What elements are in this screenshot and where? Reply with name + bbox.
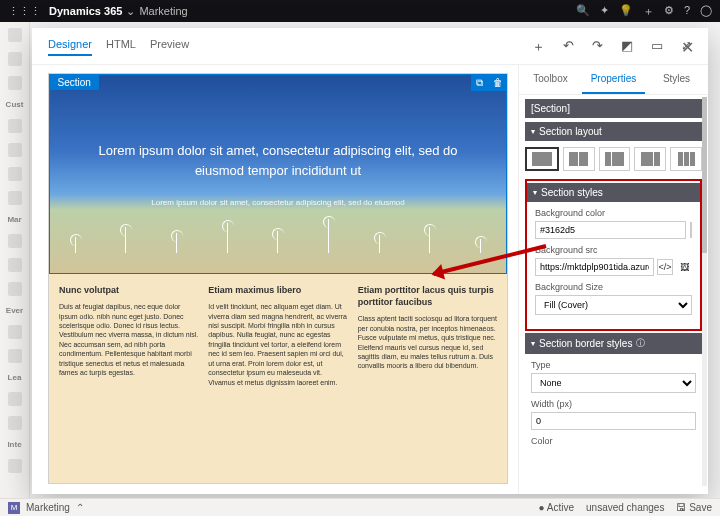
nav-icon-10[interactable] xyxy=(8,282,22,296)
add-icon[interactable]: ＋ xyxy=(532,38,545,56)
section-layout-header[interactable]: ▾ Section layout xyxy=(525,122,702,141)
nav-group-4: Lea xyxy=(8,373,22,382)
hero-section[interactable]: Lorem ipsum dolor sit amet, consectetur … xyxy=(50,75,506,273)
nav-icon-8[interactable] xyxy=(8,234,22,248)
undo-icon[interactable]: ↶ xyxy=(563,38,574,56)
nav-icon-6[interactable] xyxy=(8,167,22,181)
caret-icon: ▾ xyxy=(533,188,537,197)
caret-icon: ▾ xyxy=(531,339,535,348)
bulb-icon[interactable]: 💡 xyxy=(619,4,633,19)
nav-icon-15[interactable] xyxy=(8,459,22,473)
hero-subtext: Lorem ipsum dolor sit amet, consectetur … xyxy=(151,198,404,207)
bg-src-input[interactable] xyxy=(535,258,654,276)
section-delete-icon[interactable]: 🗑 xyxy=(489,75,507,91)
area-label: Marketing xyxy=(139,5,187,17)
border-color-label: Color xyxy=(531,436,696,446)
chevron-down-icon[interactable]: ⌄ xyxy=(126,5,135,18)
area-name[interactable]: Marketing xyxy=(26,502,70,513)
nav-icon-5[interactable] xyxy=(8,143,22,157)
filter-icon[interactable]: ⚙ xyxy=(664,4,674,19)
left-nav-rail: Cust Mar Ever Lea Inte xyxy=(0,22,30,516)
nav-icon-3[interactable] xyxy=(8,76,22,90)
section-copy-icon[interactable]: ⧉ xyxy=(471,75,489,91)
plus-icon[interactable]: ＋ xyxy=(643,4,654,19)
nav-group-2: Mar xyxy=(7,215,21,224)
nav-icon-2[interactable] xyxy=(8,52,22,66)
nav-group-3: Ever xyxy=(6,306,23,315)
section-badge[interactable]: Section xyxy=(50,75,99,90)
border-type-select[interactable]: None xyxy=(531,373,696,393)
waffle-icon[interactable]: ⋮⋮⋮ xyxy=(8,5,41,18)
tab-preview[interactable]: Preview xyxy=(150,38,189,56)
properties-panel: Toolbox Properties Styles [Section] ▾ Se… xyxy=(518,65,708,494)
col2-body: Id velit tincidunt, nec aliquam eget dia… xyxy=(208,302,347,387)
nav-icon-11[interactable] xyxy=(8,325,22,339)
close-icon[interactable]: ✕ xyxy=(681,38,694,57)
layout-12[interactable] xyxy=(599,147,631,171)
nav-icon-13[interactable] xyxy=(8,392,22,406)
info-icon[interactable]: ⓘ xyxy=(636,337,645,350)
border-width-input[interactable] xyxy=(531,412,696,430)
column-1[interactable]: Nunc volutpat Duis at feugiat dapibus, n… xyxy=(59,284,198,473)
redo-icon[interactable]: ↷ xyxy=(592,38,603,56)
app-topbar: ⋮⋮⋮ Dynamics 365 ⌄ Marketing 🔍 ✦ 💡 ＋ ⚙ ?… xyxy=(0,0,720,22)
bg-color-swatch[interactable] xyxy=(690,222,692,238)
unsaved-label: unsaved changes xyxy=(586,502,664,513)
section-styles-header[interactable]: ▾ Section styles xyxy=(527,183,700,202)
col3-body: Class aptent taciti sociosqu ad litora t… xyxy=(358,314,497,371)
code-icon[interactable]: </> xyxy=(657,259,673,275)
nav-icon-4[interactable] xyxy=(8,119,22,133)
nav-icon-12[interactable] xyxy=(8,349,22,363)
tab-html[interactable]: HTML xyxy=(106,38,136,56)
record-status: ● Active xyxy=(539,502,575,513)
section-border-header[interactable]: ▾ Section border styles ⓘ xyxy=(525,333,702,354)
save-button[interactable]: 🖫 Save xyxy=(676,502,712,513)
column-2[interactable]: Etiam maximus libero Id velit tincidunt,… xyxy=(208,284,347,473)
brand: Dynamics 365 xyxy=(49,5,122,17)
area-avatar[interactable]: M xyxy=(8,502,20,514)
column-3[interactable]: Etiam porttitor lacus quis turpis portti… xyxy=(358,284,497,473)
bg-size-select[interactable]: Fill (Cover) xyxy=(535,295,692,315)
layout-1col[interactable] xyxy=(525,147,559,171)
panel-scrollbar[interactable] xyxy=(702,97,707,486)
designer-tabbar: Designer HTML Preview ＋ ↶ ↷ ◩ ▭ ⤢ xyxy=(32,28,708,65)
columns-section[interactable]: Nunc volutpat Duis at feugiat dapibus, n… xyxy=(49,274,507,483)
caret-icon: ▾ xyxy=(531,127,535,136)
bg-color-input[interactable] xyxy=(535,221,686,239)
col1-body: Duis at feugiat dapibus, nec eque dolor … xyxy=(59,302,198,378)
layout-3col[interactable] xyxy=(670,147,702,171)
avatar-icon[interactable]: ◯ xyxy=(700,4,712,19)
border-type-label: Type xyxy=(531,360,696,370)
layout-2col[interactable] xyxy=(563,147,595,171)
status-bar: M Marketing ⌃ ● Active unsaved changes 🖫… xyxy=(0,498,720,516)
nav-icon-14[interactable] xyxy=(8,416,22,430)
assist-icon[interactable]: ✦ xyxy=(600,4,609,19)
nav-icon-1[interactable] xyxy=(8,28,22,42)
accessibility-icon[interactable]: ◩ xyxy=(621,38,633,56)
hero-image-decoration xyxy=(50,219,506,253)
col1-title: Nunc volutpat xyxy=(59,284,198,296)
bg-src-label: Background src xyxy=(535,245,692,255)
bg-color-label: Background color xyxy=(535,208,692,218)
hero-headline: Lorem ipsum dolor sit amet, consectetur … xyxy=(76,141,480,180)
area-chevron-icon[interactable]: ⌃ xyxy=(76,502,84,513)
search-icon[interactable]: 🔍 xyxy=(576,4,590,19)
selection-crumb: [Section] xyxy=(525,99,702,118)
rtab-styles[interactable]: Styles xyxy=(645,65,708,94)
tab-designer[interactable]: Designer xyxy=(48,38,92,56)
rtab-toolbox[interactable]: Toolbox xyxy=(519,65,582,94)
nav-group-5: Inte xyxy=(7,440,21,449)
layout-options xyxy=(525,141,702,177)
col3-title: Etiam porttitor lacus quis turpis portti… xyxy=(358,284,497,308)
nav-icon-7[interactable] xyxy=(8,191,22,205)
layout-21[interactable] xyxy=(634,147,666,171)
bg-size-label: Background Size xyxy=(535,282,692,292)
help-icon[interactable]: ? xyxy=(684,4,690,19)
responsive-icon[interactable]: ▭ xyxy=(651,38,663,56)
image-browse-icon[interactable]: 🖼 xyxy=(676,259,692,275)
styles-callout: ▾ Section styles Background color xyxy=(525,179,702,331)
designer-modal: ✕ Designer HTML Preview ＋ ↶ ↷ ◩ ▭ ⤢ Sect… xyxy=(32,28,708,494)
nav-icon-9[interactable] xyxy=(8,258,22,272)
rtab-properties[interactable]: Properties xyxy=(582,65,645,94)
nav-group-1: Cust xyxy=(6,100,24,109)
